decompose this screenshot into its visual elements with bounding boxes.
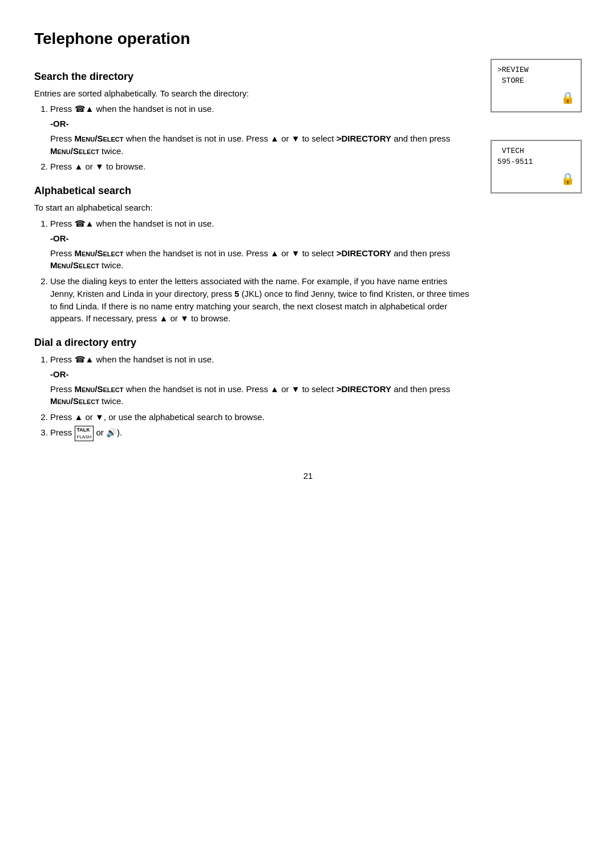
- dial-step-2-main: Press ▲ or ▼, or use the alphabetical se…: [50, 412, 265, 422]
- main-content-area: Search the directory Entries are sorted …: [34, 59, 582, 447]
- dial-or-text-1: Press Menu/Select when the handset is no…: [50, 383, 472, 408]
- alpha-step-2-main: Use the dialing keys to enter the letter…: [50, 276, 469, 323]
- section-intro-alpha: To start an alphabetical search:: [34, 201, 472, 214]
- alpha-steps-list: Press ☎▲ when the handset is not in use.…: [50, 217, 472, 325]
- section-intro-search: Entries are sorted alphabetically. To se…: [34, 87, 472, 100]
- section-heading-dial: Dial a directory entry: [34, 335, 472, 350]
- phone-icon: ☎: [75, 104, 86, 114]
- alpha-or-label-1: -OR-: [50, 232, 472, 245]
- page-title: Telephone operation: [34, 27, 582, 51]
- search-step-1-main: Press ☎▲ when the handset is not in use.: [50, 104, 214, 114]
- section-heading-search: Search the directory: [34, 69, 472, 84]
- dial-step-1: Press ☎▲ when the handset is not in use.…: [50, 353, 472, 408]
- lcd-screen-1-icon: 🔒: [561, 90, 575, 107]
- search-step-1: Press ☎▲ when the handset is not in use.…: [50, 103, 472, 157]
- dial-step-3-main: Press TALKFLASH or 🔊).: [50, 428, 122, 437]
- dial-step-3: Press TALKFLASH or 🔊).: [50, 426, 472, 441]
- lcd-screen-1-text: >REVIEW STORE: [497, 64, 575, 87]
- dial-or-label-1: -OR-: [50, 368, 472, 381]
- dial-steps-list: Press ☎▲ when the handset is not in use.…: [50, 353, 472, 441]
- section-search-directory: Search the directory Entries are sorted …: [34, 69, 472, 174]
- section-dial-entry: Dial a directory entry Press ☎▲ when the…: [34, 335, 472, 441]
- alpha-step-2: Use the dialing keys to enter the letter…: [50, 275, 472, 325]
- lcd-screen-2: VTECH 595-9511 🔒: [491, 140, 582, 193]
- page-number: 21: [34, 470, 582, 482]
- alpha-step-1: Press ☎▲ when the handset is not in use.…: [50, 217, 472, 272]
- section-alphabetical-search: Alphabetical search To start an alphabet…: [34, 183, 472, 325]
- lcd-screens-column: >REVIEW STORE 🔒 VTECH 595-9511 🔒: [482, 59, 582, 447]
- search-steps-list: Press ☎▲ when the handset is not in use.…: [50, 103, 472, 173]
- alpha-or-text-1: Press Menu/Select when the handset is no…: [50, 247, 472, 272]
- main-text-col: Search the directory Entries are sorted …: [34, 59, 472, 447]
- search-step-2-main: Press ▲ or ▼ to browse.: [50, 162, 145, 171]
- lcd-screen-2-text: VTECH 595-9511: [497, 146, 575, 168]
- search-or-text-1: Press Menu/Select when the handset is no…: [50, 132, 472, 158]
- lcd-screen-2-icon: 🔒: [561, 171, 575, 188]
- dial-step-2: Press ▲ or ▼, or use the alphabetical se…: [50, 411, 472, 424]
- dial-step-1-main: Press ☎▲ when the handset is not in use.: [50, 354, 214, 364]
- lcd-screen-1: >REVIEW STORE 🔒: [491, 59, 582, 112]
- search-step-2: Press ▲ or ▼ to browse.: [50, 160, 472, 173]
- section-heading-alpha: Alphabetical search: [34, 183, 472, 198]
- talk-button-label: TALKFLASH: [75, 426, 94, 441]
- phone-icon-2: ☎: [75, 219, 86, 228]
- phone-icon-3: ☎: [75, 354, 86, 364]
- speaker-icon: 🔊: [106, 428, 117, 437]
- alpha-step-1-main: Press ☎▲ when the handset is not in use.: [50, 219, 214, 228]
- search-or-label-1: -OR-: [50, 118, 472, 130]
